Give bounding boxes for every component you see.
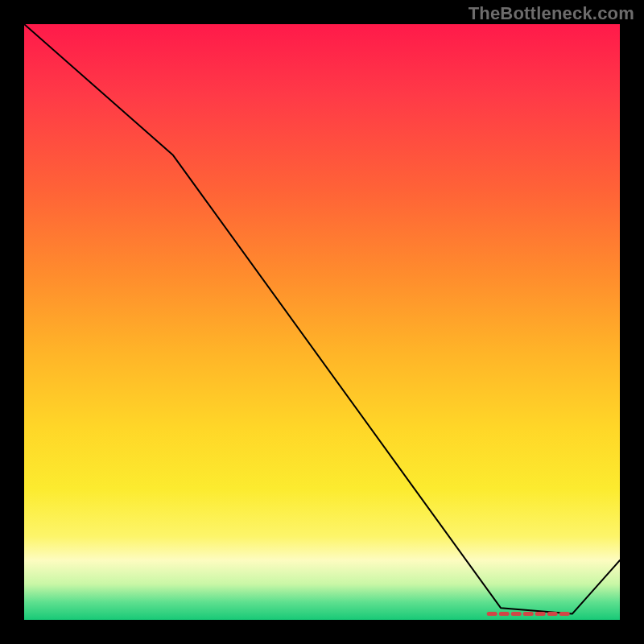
bottleneck-curve: [24, 24, 620, 614]
watermark-text: TheBottleneck.com: [469, 3, 634, 24]
chart-stage: TheBottleneck.com: [0, 0, 644, 644]
plot-area: [24, 24, 620, 620]
chart-svg: [24, 24, 620, 620]
